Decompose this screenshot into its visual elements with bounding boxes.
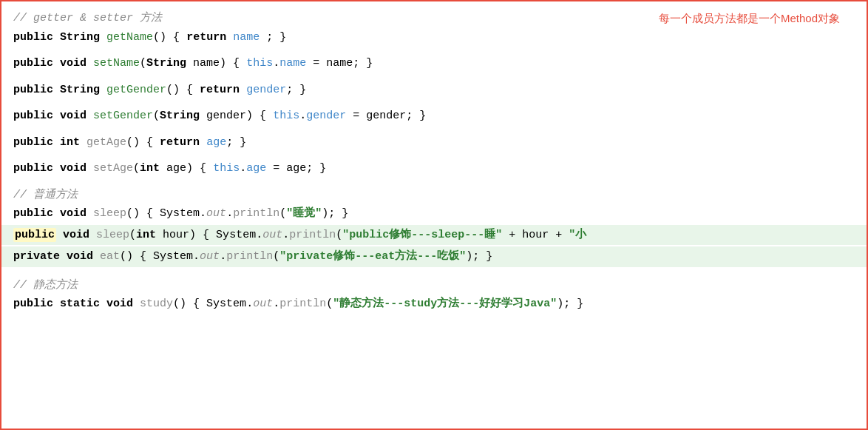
kw-int2: int <box>140 162 160 175</box>
kw-int3: int <box>136 229 156 241</box>
sep5 <box>13 152 855 159</box>
method-getGender: getGender <box>106 84 166 96</box>
method-setGender: setGender <box>93 110 153 122</box>
string-study: "静态方法---study方法---好好学习Java" <box>333 298 557 310</box>
string-sleep2: "public修饰---sleep---睡" <box>342 229 502 241</box>
kw-void2: void <box>60 110 87 122</box>
out-ref: out <box>206 207 226 220</box>
println4: println <box>279 298 326 310</box>
line-getName: public String getName() { return name ; … <box>13 28 855 47</box>
comment-getter-setter: // getter & setter 方法 每一个成员方法都是一个Method对… <box>13 9 855 28</box>
out-ref3: out <box>200 250 220 263</box>
code-container: // getter & setter 方法 每一个成员方法都是一个Method对… <box>0 0 868 430</box>
field-name1: name <box>233 31 260 44</box>
string-small: "小 <box>569 229 586 241</box>
field-gender1: gender <box>246 84 286 96</box>
string-sleep: "睡觉" <box>286 207 322 220</box>
kw-string3: String <box>60 84 100 96</box>
field-name2: name <box>279 57 306 70</box>
comment-normal-text: // 普通方法 <box>13 189 78 201</box>
kw-int1: int <box>60 136 80 149</box>
kw-private: private <box>13 250 60 263</box>
kw-return2: return <box>200 84 240 96</box>
comment-static-text: // 静态方法 <box>13 279 78 292</box>
field-gender2: gender <box>306 110 346 122</box>
kw-string4: String <box>160 110 200 122</box>
kw-public2: public <box>13 57 53 70</box>
kw-string2: String <box>146 57 186 70</box>
out-ref2: out <box>262 229 282 241</box>
println2: println <box>289 229 336 241</box>
kw-void1: void <box>60 57 87 70</box>
sep1 <box>13 47 855 54</box>
sep7 <box>13 269 855 276</box>
kw-public3: public <box>13 84 53 96</box>
comment-static: // 静态方法 <box>13 276 855 295</box>
comment-normal: // 普通方法 <box>13 186 855 205</box>
method-setName: setName <box>93 57 140 70</box>
sep3 <box>13 99 855 107</box>
kw-public: public <box>13 31 53 44</box>
method-setAge: setAge <box>93 162 133 175</box>
println1: println <box>233 207 279 220</box>
line-sleep1: public void sleep() { System.out.println… <box>13 204 855 224</box>
comment-text: // getter & setter 方法 <box>13 12 162 24</box>
line-getGender: public String getGender() { return gende… <box>13 81 855 100</box>
line-getAge: public int getAge() { return age; } <box>13 133 855 152</box>
line-study: public static void study() { System.out.… <box>13 295 855 314</box>
line-setGender: public void setGender(String gender) { t… <box>13 107 855 126</box>
method-eat: eat <box>100 250 120 263</box>
kw-public4: public <box>13 110 53 122</box>
method-sleep1: sleep <box>93 207 126 220</box>
highlight-public-sleep: public <box>13 228 56 242</box>
kw-public8: public <box>15 229 55 241</box>
string-eat: "private修饰---eat方法---吃饭" <box>279 250 466 263</box>
field-age1: age <box>206 136 226 149</box>
kw-return3: return <box>160 136 200 149</box>
line-setAge: public void setAge(int age) { this.age =… <box>13 159 855 178</box>
sep4 <box>13 126 855 133</box>
kw-void7: void <box>106 298 133 310</box>
line-eat: private void eat() { System.out.println(… <box>1 246 867 267</box>
field-this-name: this <box>246 57 273 70</box>
sep2 <box>13 73 855 81</box>
field-age2: age <box>246 162 266 175</box>
sep6 <box>13 178 855 186</box>
kw-void5: void <box>63 229 89 241</box>
field-this-age: this <box>213 162 240 175</box>
field-this-gender: this <box>273 110 299 122</box>
kw-void6: void <box>67 250 93 263</box>
kw-public7: public <box>13 207 53 220</box>
out-ref4: out <box>253 298 273 310</box>
kw-public5: public <box>13 136 53 149</box>
line-sleep2: public void sleep(int hour) { System.out… <box>1 225 867 246</box>
method-getName: getName <box>106 31 153 44</box>
kw-return1: return <box>186 31 226 44</box>
method-getAge: getAge <box>87 136 126 149</box>
println3: println <box>226 250 273 263</box>
line-setName: public void setName(String name) { this.… <box>13 54 855 73</box>
method-object-label: 每一个成员方法都是一个Method对象 <box>659 9 840 28</box>
kw-static: static <box>60 298 100 310</box>
kw-void3: void <box>60 162 87 175</box>
kw-public6: public <box>13 162 53 175</box>
kw-string1: String <box>60 31 100 44</box>
method-sleep2: sleep <box>96 229 129 241</box>
kw-public9: public <box>13 298 53 310</box>
method-study: study <box>140 298 173 310</box>
kw-void4: void <box>60 207 87 220</box>
